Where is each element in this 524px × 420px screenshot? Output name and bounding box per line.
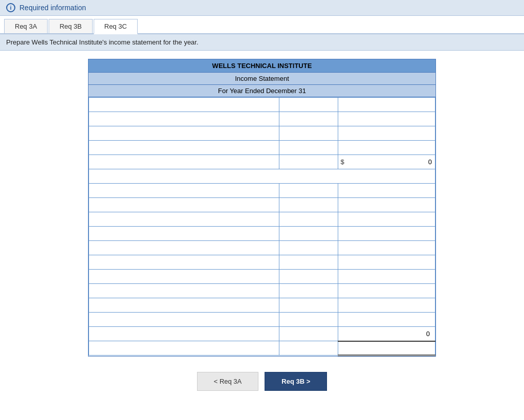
label-final-input[interactable] bbox=[91, 344, 277, 352]
mid-input[interactable] bbox=[281, 115, 336, 123]
mid-input[interactable] bbox=[281, 100, 336, 109]
tab-req3c[interactable]: Req 3C bbox=[94, 19, 138, 34]
label-input[interactable] bbox=[91, 158, 277, 166]
instruction-text: Prepare Wells Technical Institute's inco… bbox=[6, 38, 199, 46]
label-input[interactable] bbox=[91, 100, 277, 109]
label-input[interactable] bbox=[91, 244, 277, 252]
mid-cell bbox=[279, 112, 338, 126]
mid-input[interactable] bbox=[281, 229, 336, 238]
statement-subtitle: Income Statement bbox=[89, 73, 435, 85]
label-input[interactable] bbox=[91, 186, 277, 195]
label-input[interactable] bbox=[91, 301, 277, 310]
label-input[interactable] bbox=[91, 215, 277, 224]
mid-cell bbox=[279, 284, 338, 298]
table-row bbox=[89, 227, 435, 241]
mid-input[interactable] bbox=[281, 215, 336, 224]
right-input[interactable] bbox=[340, 286, 433, 295]
right-cell-total: $ bbox=[338, 155, 435, 169]
mid-cell bbox=[279, 313, 338, 327]
right-cell bbox=[338, 298, 435, 313]
right-input[interactable] bbox=[340, 272, 433, 281]
label-input[interactable] bbox=[91, 272, 277, 281]
mid-input[interactable] bbox=[281, 201, 336, 209]
right-cell bbox=[338, 313, 435, 327]
info-icon: i bbox=[6, 3, 15, 12]
right-cell bbox=[338, 212, 435, 227]
label-input[interactable] bbox=[91, 258, 277, 267]
label-input[interactable] bbox=[91, 201, 277, 209]
mid-input[interactable] bbox=[281, 286, 336, 295]
right-input[interactable] bbox=[340, 186, 433, 195]
mid-input[interactable] bbox=[281, 143, 336, 152]
separator-input[interactable] bbox=[91, 172, 433, 181]
total-input[interactable] bbox=[346, 158, 433, 166]
right-input[interactable] bbox=[340, 315, 433, 324]
right-cell bbox=[338, 126, 435, 141]
mid-input[interactable] bbox=[281, 158, 336, 166]
label-input[interactable] bbox=[91, 329, 277, 338]
tab-req3a[interactable]: Req 3A bbox=[4, 19, 48, 33]
table-row bbox=[89, 98, 435, 112]
mid-cell bbox=[279, 198, 338, 212]
right-input[interactable] bbox=[340, 258, 433, 267]
header-bar: i Required information bbox=[0, 0, 524, 16]
right-input[interactable] bbox=[340, 201, 433, 209]
right-input[interactable] bbox=[340, 244, 433, 252]
mid-input[interactable] bbox=[281, 129, 336, 138]
label-cell-final bbox=[89, 341, 279, 356]
label-cell bbox=[89, 126, 279, 141]
statement-period: For Year Ended December 31 bbox=[89, 85, 435, 97]
label-input[interactable] bbox=[91, 286, 277, 295]
mid-input[interactable] bbox=[281, 258, 336, 267]
right-cell bbox=[338, 255, 435, 270]
table-row-final bbox=[89, 341, 435, 356]
right-input[interactable] bbox=[340, 229, 433, 238]
mid-cell bbox=[279, 255, 338, 270]
mid-input[interactable] bbox=[281, 244, 336, 252]
right-input[interactable] bbox=[340, 215, 433, 224]
label-input[interactable] bbox=[91, 315, 277, 324]
table-row bbox=[89, 198, 435, 212]
label-input[interactable] bbox=[91, 115, 277, 123]
prev-button[interactable]: < Req 3A bbox=[197, 372, 259, 391]
label-input[interactable] bbox=[91, 143, 277, 152]
label-input[interactable] bbox=[91, 229, 277, 238]
right-cell bbox=[338, 198, 435, 212]
right-input[interactable] bbox=[340, 115, 433, 123]
mid-input[interactable] bbox=[281, 272, 336, 281]
mid-cell bbox=[279, 155, 338, 169]
label-cell bbox=[89, 184, 279, 198]
right-input[interactable] bbox=[340, 143, 433, 152]
right-final-input[interactable] bbox=[340, 344, 433, 352]
label-cell bbox=[89, 270, 279, 284]
label-cell bbox=[89, 227, 279, 241]
table-row bbox=[89, 184, 435, 198]
label-input[interactable] bbox=[91, 129, 277, 138]
right-cell-total2 bbox=[338, 327, 435, 341]
mid-input[interactable] bbox=[281, 329, 336, 338]
tab-req3b[interactable]: Req 3B bbox=[49, 19, 92, 33]
statement-container: WELLS TECHNICAL INSTITUTE Income Stateme… bbox=[88, 59, 436, 357]
mid-cell bbox=[279, 184, 338, 198]
right-cell bbox=[338, 98, 435, 112]
label-cell bbox=[89, 198, 279, 212]
total2-input[interactable] bbox=[340, 329, 431, 338]
mid-input[interactable] bbox=[281, 301, 336, 310]
mid-input[interactable] bbox=[281, 186, 336, 195]
table-row bbox=[89, 313, 435, 327]
label-cell bbox=[89, 98, 279, 112]
mid-cell bbox=[279, 298, 338, 313]
right-input[interactable] bbox=[340, 301, 433, 310]
right-cell bbox=[338, 184, 435, 198]
table-row-total: $ bbox=[89, 155, 435, 169]
right-input[interactable] bbox=[340, 129, 433, 138]
next-button[interactable]: Req 3B > bbox=[265, 372, 327, 391]
right-input[interactable] bbox=[340, 100, 433, 109]
dollar-sign: $ bbox=[340, 158, 344, 166]
label-cell bbox=[89, 212, 279, 227]
mid-cell bbox=[279, 270, 338, 284]
mid-cell bbox=[279, 227, 338, 241]
header-title: Required information bbox=[19, 4, 86, 12]
table-row bbox=[89, 298, 435, 313]
mid-input[interactable] bbox=[281, 315, 336, 324]
